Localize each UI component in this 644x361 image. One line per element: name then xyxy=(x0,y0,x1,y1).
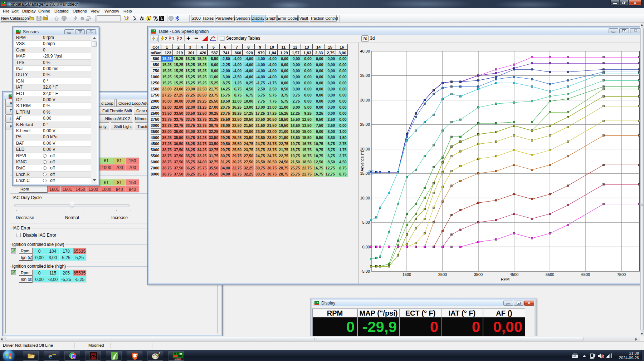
svg-text:35,00: 35,00 xyxy=(360,73,370,78)
svg-text:0,00: 0,00 xyxy=(362,245,370,249)
svg-text:15,00: 15,00 xyxy=(360,171,370,175)
svg-text:2500: 2500 xyxy=(438,272,447,277)
svg-text:7500: 7500 xyxy=(617,272,626,277)
svg-text:1500: 1500 xyxy=(402,272,411,277)
svg-text:20,00: 20,00 xyxy=(360,147,370,151)
svg-text:5,00: 5,00 xyxy=(362,220,370,224)
svg-text:-5,00: -5,00 xyxy=(361,269,370,273)
svg-text:3500: 3500 xyxy=(474,272,483,277)
svg-text:Advance (°): Advance (°) xyxy=(360,151,364,172)
svg-text:25,00: 25,00 xyxy=(360,122,370,127)
svg-text:M: M xyxy=(73,356,75,359)
svg-text:5500: 5500 xyxy=(546,272,554,277)
svg-text:40,00: 40,00 xyxy=(360,49,370,53)
svg-text:30,00: 30,00 xyxy=(360,98,370,102)
svg-text:10010: 10010 xyxy=(91,353,96,355)
svg-text:6500: 6500 xyxy=(581,272,590,277)
svg-text:s300: s300 xyxy=(175,358,181,361)
svg-text:RPM: RPM xyxy=(501,277,509,281)
svg-text:10,00: 10,00 xyxy=(360,196,370,200)
svg-text:4500: 4500 xyxy=(510,272,518,277)
svg-text:01101: 01101 xyxy=(91,357,96,360)
